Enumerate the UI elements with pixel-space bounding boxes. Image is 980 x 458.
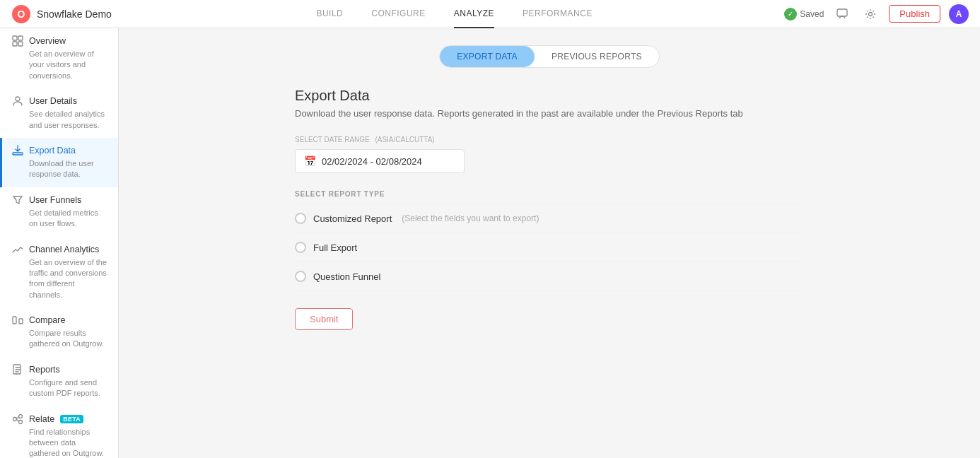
radio-full-export[interactable] bbox=[295, 242, 306, 253]
sidebar-item-channel-analytics-desc: Get an overview of the traffic and conve… bbox=[12, 257, 108, 301]
export-data-tab[interactable]: EXPORT DATA bbox=[440, 46, 535, 67]
sidebar-item-user-details-desc: See detailed analytics and user response… bbox=[12, 109, 108, 131]
saved-label: Saved bbox=[800, 9, 824, 19]
date-range-label: SELECT DATE RANGE (ASIA/CALCUTTA) bbox=[295, 136, 804, 143]
tab-performance[interactable]: PERFORMANCE bbox=[523, 0, 593, 28]
report-customized-sub: (Select the fields you want to export) bbox=[402, 213, 539, 223]
sidebar-item-reports[interactable]: Reports Configure and send custom PDF re… bbox=[0, 357, 118, 406]
nav-right: ✓ Saved Publish A bbox=[784, 4, 969, 24]
sidebar-item-user-details[interactable]: User Details See detailed analytics and … bbox=[0, 88, 118, 138]
compare-icon bbox=[12, 315, 23, 326]
svg-point-3 bbox=[869, 12, 873, 16]
report-icon bbox=[12, 364, 23, 375]
sidebar-item-relate-label: Relate bbox=[29, 414, 54, 424]
avatar[interactable]: A bbox=[949, 4, 969, 24]
sidebar-item-relate[interactable]: Relate BETA Find relationships between d… bbox=[0, 406, 118, 458]
sidebar-item-overview-desc: Get an overview of your visitors and con… bbox=[12, 49, 108, 81]
export-panel: Export Data Download the user response d… bbox=[295, 88, 804, 330]
main-content: EXPORT DATA PREVIOUS REPORTS Export Data… bbox=[119, 28, 980, 458]
date-range-value: 02/02/2024 - 02/08/2024 bbox=[322, 156, 422, 167]
previous-reports-tab[interactable]: PREVIOUS REPORTS bbox=[535, 46, 659, 67]
export-desc: Download the user response data. Reports… bbox=[295, 108, 804, 119]
sidebar-item-reports-label: Reports bbox=[29, 365, 60, 375]
report-option-question-funnel[interactable]: Question Funnel bbox=[295, 262, 804, 291]
svg-point-15 bbox=[19, 420, 23, 423]
svg-rect-11 bbox=[19, 319, 23, 324]
svg-rect-7 bbox=[18, 42, 23, 46]
svg-rect-4 bbox=[13, 36, 17, 40]
svg-point-13 bbox=[13, 417, 17, 421]
radio-question-funnel[interactable] bbox=[295, 271, 306, 282]
comment-icon-btn[interactable] bbox=[832, 4, 852, 24]
svg-rect-2 bbox=[837, 9, 847, 16]
relate-icon bbox=[12, 413, 23, 425]
download-icon bbox=[12, 145, 23, 156]
sidebar-item-user-funnels[interactable]: User Funnels Get detailed metrics on use… bbox=[0, 187, 118, 237]
saved-check-icon: ✓ bbox=[784, 8, 797, 20]
svg-rect-10 bbox=[13, 317, 16, 324]
relate-beta-badge: BETA bbox=[60, 415, 83, 423]
sidebar-item-user-funnels-desc: Get detailed metrics on user flows. bbox=[12, 208, 108, 230]
sidebar-item-channel-analytics-label: Channel Analytics bbox=[29, 245, 99, 254]
sidebar-item-reports-desc: Configure and send custom PDF reports. bbox=[12, 377, 108, 399]
sidebar-item-relate-desc: Find relationships between data gathered… bbox=[12, 427, 108, 458]
sidebar-item-export-data[interactable]: Export Data Download the user response d… bbox=[0, 138, 118, 187]
chart-icon bbox=[12, 244, 23, 255]
funnel-icon bbox=[12, 194, 23, 206]
publish-button[interactable]: Publish bbox=[889, 5, 940, 23]
report-type-section: Customized Report (Select the fields you… bbox=[295, 204, 804, 291]
svg-point-8 bbox=[16, 97, 20, 101]
svg-point-14 bbox=[19, 414, 23, 418]
report-option-full-export[interactable]: Full Export bbox=[295, 233, 804, 262]
export-title: Export Data bbox=[295, 88, 804, 104]
svg-text:O: O bbox=[18, 8, 25, 20]
radio-customized[interactable] bbox=[295, 213, 306, 224]
sidebar-item-channel-analytics[interactable]: Channel Analytics Get an overview of the… bbox=[0, 237, 118, 308]
date-range-input[interactable]: 📅 02/02/2024 - 02/08/2024 bbox=[295, 149, 465, 173]
report-option-customized[interactable]: Customized Report (Select the fields you… bbox=[295, 204, 804, 233]
saved-badge: ✓ Saved bbox=[784, 8, 824, 20]
sidebar-item-user-funnels-label: User Funnels bbox=[29, 195, 81, 205]
body-layout: Overview Get an overview of your visitor… bbox=[0, 28, 980, 458]
app-title: Snowflake Demo bbox=[37, 8, 112, 20]
grid-icon bbox=[12, 35, 23, 47]
settings-icon-btn[interactable] bbox=[861, 4, 880, 24]
comment-icon bbox=[836, 8, 848, 20]
nav-tabs: BUILD CONFIGURE ANALYZE PERFORMANCE bbox=[124, 0, 784, 28]
tab-build[interactable]: BUILD bbox=[316, 0, 343, 28]
sidebar-item-compare[interactable]: Compare Compare results gathered on Outg… bbox=[0, 307, 118, 357]
report-question-funnel-label: Question Funnel bbox=[313, 271, 380, 282]
report-type-label: SELECT REPORT TYPE bbox=[295, 190, 804, 198]
sidebar-item-compare-label: Compare bbox=[29, 315, 65, 325]
sidebar-item-export-data-desc: Download the user response data. bbox=[12, 158, 108, 180]
user-icon bbox=[12, 95, 23, 107]
calendar-icon: 📅 bbox=[304, 155, 316, 167]
sidebar-item-compare-desc: Compare results gathered on Outgrow. bbox=[12, 328, 108, 350]
logo-icon: O bbox=[11, 4, 31, 24]
sidebar: Overview Get an overview of your visitor… bbox=[0, 28, 119, 458]
settings-icon bbox=[865, 8, 876, 20]
sidebar-item-overview[interactable]: Overview Get an overview of your visitor… bbox=[0, 28, 118, 88]
svg-rect-5 bbox=[18, 36, 23, 40]
sidebar-item-user-details-label: User Details bbox=[29, 96, 77, 106]
sidebar-item-export-data-label: Export Data bbox=[29, 146, 76, 155]
logo-area: O Snowflake Demo bbox=[11, 4, 124, 24]
svg-rect-6 bbox=[13, 42, 17, 46]
top-nav: O Snowflake Demo BUILD CONFIGURE ANALYZE… bbox=[0, 0, 980, 28]
submit-button[interactable]: Submit bbox=[295, 308, 353, 330]
report-customized-label: Customized Report bbox=[313, 213, 392, 224]
svg-rect-9 bbox=[13, 153, 23, 155]
report-full-export-label: Full Export bbox=[313, 242, 357, 253]
sidebar-item-overview-label: Overview bbox=[29, 36, 66, 46]
tab-analyze[interactable]: ANALYZE bbox=[454, 0, 494, 28]
tab-configure[interactable]: CONFIGURE bbox=[371, 0, 426, 28]
tab-switcher: EXPORT DATA PREVIOUS REPORTS bbox=[439, 45, 660, 68]
